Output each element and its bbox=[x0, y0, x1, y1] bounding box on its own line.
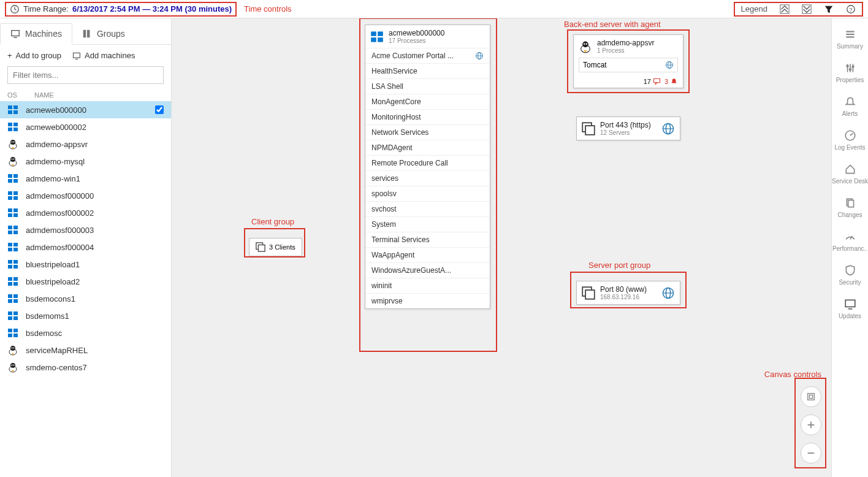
process-item[interactable]: wmiprvse bbox=[365, 293, 490, 308]
fit-to-screen-button[interactable] bbox=[801, 386, 821, 407]
machine-item[interactable]: serviceMapRHEL bbox=[0, 342, 171, 359]
process-item[interactable]: Network Services bbox=[365, 124, 490, 140]
add-machines-button[interactable]: Add machines bbox=[72, 51, 135, 60]
process-item[interactable]: MonAgentCore bbox=[365, 94, 490, 109]
machine-item[interactable]: bsdemosc bbox=[0, 324, 171, 342]
machine-item[interactable]: smdemo-centos7 bbox=[0, 359, 171, 376]
appsvr-process-row[interactable]: Tomcat bbox=[579, 58, 678, 72]
process-item[interactable]: LSA Shell bbox=[365, 78, 490, 94]
time-range-label: Time Range: bbox=[23, 4, 69, 13]
appsvr-badges: 17 3 bbox=[574, 75, 683, 88]
monitor-icon bbox=[844, 298, 856, 310]
process-item[interactable]: spoolsv bbox=[365, 186, 490, 201]
process-item[interactable]: wininit bbox=[365, 278, 490, 293]
rail-item-label: Security bbox=[839, 279, 861, 286]
machine-item[interactable]: admdemosf000002 bbox=[0, 204, 171, 221]
client-group-node[interactable]: 3 Clients bbox=[249, 238, 302, 256]
machine-item[interactable]: admdemosf000000 bbox=[0, 187, 171, 204]
machine-item[interactable]: bsdemocons1 bbox=[0, 290, 171, 307]
windows-icon bbox=[370, 30, 384, 44]
process-name: Remote Procedure Call bbox=[371, 159, 448, 167]
machine-item[interactable]: admdemosf000004 bbox=[0, 238, 171, 256]
filter-input[interactable] bbox=[7, 66, 164, 84]
windows-icon bbox=[7, 207, 18, 218]
rail-item-updates[interactable]: Updates bbox=[832, 292, 868, 326]
process-item[interactable]: Terminal Services bbox=[365, 232, 490, 247]
filter-icon[interactable] bbox=[824, 4, 834, 14]
rail-item-summary[interactable]: Summary bbox=[832, 22, 868, 56]
machine-item[interactable]: bluestripeload2 bbox=[0, 273, 171, 290]
focus-machine-node[interactable]: acmeweb000000 17 Processes Acme Customer… bbox=[365, 25, 490, 309]
plus-icon bbox=[806, 420, 816, 430]
help-icon[interactable] bbox=[846, 4, 856, 14]
machine-name: admdemo-mysql bbox=[26, 157, 164, 166]
process-item[interactable]: services bbox=[365, 170, 490, 186]
add-to-group-button[interactable]: + Add to group bbox=[7, 51, 61, 60]
header-name: NAME bbox=[34, 91, 54, 99]
legend-button[interactable]: Legend bbox=[741, 4, 767, 13]
process-item[interactable]: Remote Procedure Call bbox=[365, 155, 490, 170]
globe-icon bbox=[661, 286, 675, 300]
process-item[interactable]: Acme Customer Portal ... bbox=[365, 48, 490, 63]
process-item[interactable]: HealthService bbox=[365, 63, 490, 78]
bell-icon bbox=[844, 96, 856, 108]
zoom-out-button[interactable] bbox=[801, 443, 821, 464]
rail-item-performanc-[interactable]: Performanc.. bbox=[832, 224, 868, 258]
process-item[interactable]: MonitoringHost bbox=[365, 109, 490, 124]
list-header: OS NAME bbox=[0, 89, 171, 101]
rail-item-label: Properties bbox=[836, 77, 864, 83]
time-range-control[interactable]: Time Range: 6/13/2017 2:54 PM — 3:24 PM … bbox=[5, 2, 237, 17]
windows-icon bbox=[7, 310, 18, 321]
rail-item-changes[interactable]: Changes bbox=[832, 191, 868, 224]
windows-icon bbox=[7, 224, 18, 235]
tab-machines[interactable]: Machines bbox=[0, 23, 72, 45]
rail-item-alerts[interactable]: Alerts bbox=[832, 90, 868, 123]
callout-client-group: Client group bbox=[251, 217, 294, 226]
gauge-icon bbox=[844, 129, 856, 142]
rail-item-security[interactable]: Security bbox=[832, 258, 868, 292]
callout-backend: Back-end server with agent bbox=[564, 20, 661, 29]
machine-name: acmeweb000000 bbox=[26, 105, 148, 115]
process-item[interactable]: WindowsAzureGuestA... bbox=[365, 262, 490, 278]
process-name: System bbox=[371, 220, 396, 229]
process-item[interactable]: WaAppAgent bbox=[365, 247, 490, 262]
machine-checkbox[interactable] bbox=[155, 105, 164, 114]
map-canvas[interactable]: Focus machine acmeweb000000 17 Processes… bbox=[172, 18, 831, 477]
machine-item[interactable]: acmeweb000000 bbox=[0, 101, 171, 118]
rail-item-service-desk[interactable]: Service Desk bbox=[832, 157, 868, 191]
appsvr-change-badge[interactable]: 17 bbox=[644, 77, 661, 85]
machine-list: acmeweb000000acmeweb000002admdemo-appsvr… bbox=[0, 101, 171, 477]
appsvr-alert-badge[interactable]: 3 bbox=[664, 77, 678, 85]
stack-icon bbox=[582, 122, 595, 135]
stack-icon bbox=[256, 242, 265, 252]
port-443-node[interactable]: Port 443 (https) 12 Servers bbox=[576, 116, 680, 140]
process-item[interactable]: NPMDAgent bbox=[365, 140, 490, 155]
list-icon bbox=[844, 28, 856, 40]
machine-item[interactable]: acmeweb000002 bbox=[0, 118, 171, 135]
port-80-node[interactable]: Port 80 (www) 168.63.129.16 bbox=[576, 281, 680, 305]
rail-item-properties[interactable]: Properties bbox=[832, 56, 868, 90]
machine-item[interactable]: admdemo-mysql bbox=[0, 153, 171, 170]
machine-item[interactable]: admdemosf000003 bbox=[0, 221, 171, 238]
windows-icon bbox=[7, 276, 18, 287]
appsvr-node[interactable]: admdemo-appsvr 1 Process Tomcat 17 3 bbox=[573, 34, 683, 88]
port-443-sub: 12 Servers bbox=[600, 129, 651, 136]
appsvr-sub: 1 Process bbox=[597, 47, 654, 54]
process-item[interactable]: System bbox=[365, 216, 490, 232]
machine-name: admdemosf000004 bbox=[26, 243, 164, 252]
monitor-icon bbox=[10, 29, 20, 39]
machine-item[interactable]: bluestripeload1 bbox=[0, 256, 171, 273]
canvas-controls bbox=[801, 386, 821, 464]
expand-all-icon[interactable] bbox=[802, 4, 812, 14]
machine-item[interactable]: admdemo-win1 bbox=[0, 170, 171, 187]
zoom-in-button[interactable] bbox=[801, 414, 821, 435]
sliders-icon bbox=[844, 62, 856, 74]
machine-item[interactable]: bsdemoms1 bbox=[0, 307, 171, 324]
rail-item-log-events[interactable]: Log Events bbox=[832, 123, 868, 157]
tab-groups[interactable]: Groups bbox=[72, 23, 135, 44]
machine-item[interactable]: admdemo-appsvr bbox=[0, 135, 171, 153]
process-item[interactable]: svchost bbox=[365, 201, 490, 216]
top-bar: Time Range: 6/13/2017 2:54 PM — 3:24 PM … bbox=[0, 0, 868, 18]
process-name: Network Services bbox=[371, 128, 428, 137]
collapse-all-icon[interactable] bbox=[780, 4, 790, 14]
